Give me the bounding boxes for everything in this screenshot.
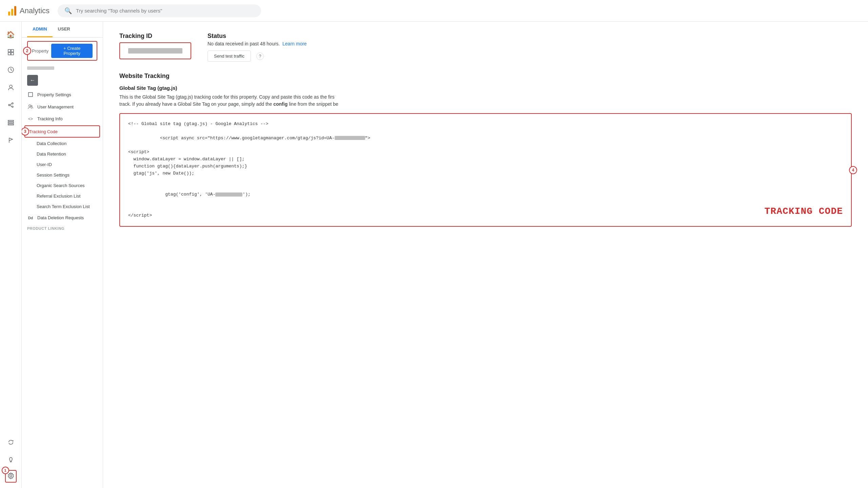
data-deletion-icon: Dd — [27, 216, 34, 220]
sidebar-item-list[interactable] — [3, 115, 18, 130]
tracking-id-box — [119, 42, 191, 59]
code-script-end: "> — [365, 136, 371, 141]
nav-sub-user-id[interactable]: User-ID — [22, 159, 103, 170]
main-layout: 🏠 1 — [0, 22, 868, 488]
gtag-desc-config: config — [273, 101, 288, 107]
ua-blurred-script — [335, 136, 365, 140]
code-config-end: '); — [242, 192, 250, 197]
logo-title: Analytics — [20, 6, 50, 15]
learn-more-link[interactable]: Learn more — [282, 41, 307, 46]
logo-bar-2 — [11, 9, 13, 16]
property-row-container: 2 Property + Create Property — [22, 38, 103, 64]
code-line3: gtag('js', new Date()); — [128, 170, 843, 177]
svg-point-21 — [31, 105, 32, 107]
property-settings-icon — [27, 92, 34, 97]
admin-nav: ADMIN USER 2 Property + Create Property — [22, 22, 103, 488]
property-label: Property — [32, 48, 48, 54]
svg-point-10 — [12, 106, 13, 107]
svg-rect-3 — [11, 53, 14, 55]
code-script-close: </script> — [128, 212, 843, 219]
tracking-code-row: 3 Tracking Code — [24, 125, 100, 138]
sidebar-item-flag[interactable] — [3, 133, 18, 148]
search-box[interactable]: 🔍 — [58, 4, 261, 17]
nav-sub-data-collection[interactable]: Data Collection — [22, 138, 103, 149]
admin-tabs: ADMIN USER — [22, 22, 103, 38]
user-management-label: User Management — [37, 104, 74, 109]
tracking-code-watermark: TRACKING CODE — [765, 204, 843, 219]
gtag-desc-2: track. If you already have a Global Site… — [119, 101, 273, 107]
sidebar-item-share[interactable] — [3, 98, 18, 113]
badge-4: 4 — [849, 166, 857, 174]
code-config-start: gtag('config', 'UA- — [160, 192, 216, 197]
sidebar: 🏠 1 — [0, 22, 22, 488]
product-linking-label: PRODUCT LINKING — [22, 224, 103, 233]
back-button[interactable]: ← — [27, 75, 38, 86]
tab-admin[interactable]: ADMIN — [27, 22, 53, 37]
tracking-code-bordered[interactable]: Tracking Code — [24, 125, 100, 138]
topbar: Analytics 🔍 — [0, 0, 868, 22]
tracking-info-icon: <> — [27, 117, 34, 121]
nav-sub-organic-search[interactable]: Organic Search Sources — [22, 180, 103, 191]
logo-bar-3 — [14, 6, 16, 16]
svg-rect-13 — [8, 120, 14, 121]
tracking-info-label: Tracking Info — [37, 116, 63, 121]
svg-rect-2 — [8, 53, 11, 55]
svg-rect-14 — [8, 122, 14, 123]
sidebar-item-person[interactable] — [3, 80, 18, 95]
svg-point-18 — [10, 475, 12, 477]
svg-rect-0 — [8, 49, 11, 52]
code-line4 — [128, 177, 843, 184]
property-bordered: Property + Create Property — [27, 41, 97, 61]
nav-sub-search-term[interactable]: Search Term Exclusion List — [22, 201, 103, 212]
tracking-id-section: Tracking ID Status No data received in p… — [119, 33, 852, 62]
svg-point-20 — [29, 105, 31, 107]
sidebar-item-home[interactable]: 🏠 — [3, 27, 18, 42]
content-area: ADMIN USER 2 Property + Create Property — [22, 22, 868, 488]
help-icon[interactable]: ? — [256, 53, 264, 60]
nav-sub-data-retention[interactable]: Data Retention — [22, 149, 103, 159]
svg-line-12 — [10, 105, 12, 106]
code-box: <!-- Global site tag (gtag.js) - Google … — [119, 113, 852, 227]
search-input[interactable] — [76, 8, 254, 14]
svg-line-11 — [10, 104, 12, 105]
sidebar-item-dashboard[interactable] — [3, 45, 18, 60]
code-box-container: 4 <!-- Global site tag (gtag.js) - Googl… — [119, 113, 852, 227]
svg-point-8 — [12, 103, 13, 104]
nav-sub-session-settings[interactable]: Session Settings — [22, 170, 103, 180]
back-arrow-icon: ← — [30, 77, 35, 83]
logo-bar-1 — [8, 12, 10, 16]
badge-2: 2 — [23, 47, 31, 55]
settings-box[interactable]: 1 — [5, 470, 17, 483]
gtag-desc: This is the Global Site Tag (gtag.js) tr… — [119, 94, 852, 108]
tab-user[interactable]: USER — [53, 22, 76, 37]
status-col: Status No data received in past 48 hours… — [208, 33, 307, 62]
gtag-title: Global Site Tag (gtag.js) — [119, 85, 852, 91]
code-line2: function gtag(){dataLayer.push(arguments… — [128, 163, 843, 170]
nav-sub-referral-exclusion[interactable]: Referral Exclusion List — [22, 191, 103, 201]
sidebar-item-clock[interactable] — [3, 62, 18, 77]
tracking-id-title: Tracking ID — [119, 33, 191, 40]
nav-item-tracking-info[interactable]: <> Tracking Info — [22, 113, 103, 125]
send-test-row: Send test traffic ? — [208, 50, 307, 62]
sidebar-item-bulb[interactable] — [3, 452, 18, 467]
status-desc: No data received in past 48 hours. Learn… — [208, 41, 307, 46]
logo-icon — [8, 6, 16, 16]
gtag-desc-3: line from the snippet be — [288, 101, 338, 107]
account-name-blurred — [27, 66, 54, 70]
code-script-start: <script async src="https://www.googletag… — [160, 136, 335, 141]
svg-rect-19 — [28, 93, 33, 97]
sidebar-bottom: 1 — [3, 435, 18, 483]
tracking-id-blurred — [128, 48, 182, 54]
nav-item-data-deletion[interactable]: Dd Data Deletion Requests — [22, 212, 103, 224]
send-test-traffic-button[interactable]: Send test traffic — [208, 50, 251, 62]
badge-1: 1 — [2, 467, 9, 474]
create-property-button[interactable]: + Create Property — [51, 44, 93, 58]
code-script-line: <script async src="https://www.googletag… — [128, 128, 843, 149]
search-icon: 🔍 — [64, 7, 72, 15]
nav-item-property-settings[interactable]: Property Settings — [22, 88, 103, 101]
nav-item-user-management[interactable]: User Management — [22, 101, 103, 113]
logo: Analytics — [8, 6, 50, 16]
sidebar-item-refresh[interactable] — [3, 435, 18, 450]
svg-line-6 — [11, 70, 12, 70]
svg-rect-15 — [8, 124, 14, 125]
